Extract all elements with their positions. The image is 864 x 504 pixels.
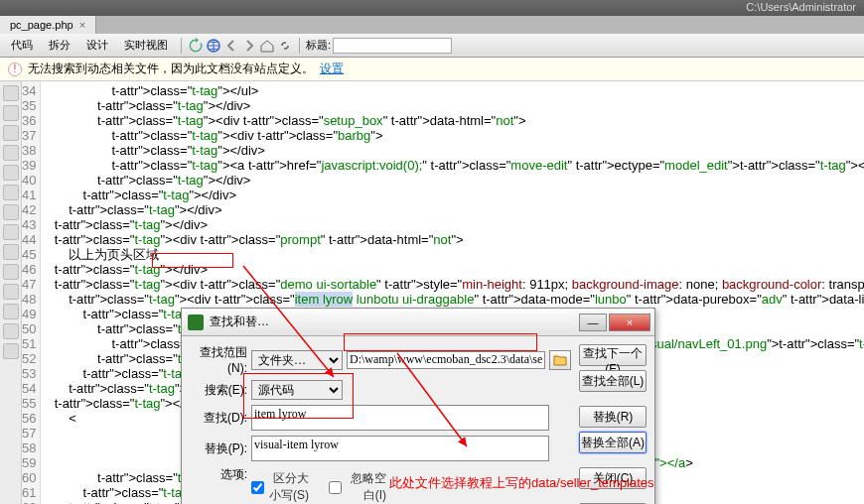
find-next-button[interactable]: 查找下一个(F) [579,344,647,366]
replace-all-button[interactable]: 替换全部(A) [579,432,647,453]
live-view-button[interactable]: 实时视图 [117,35,175,56]
warning-icon: ! [8,63,22,76]
replace-label: 替换(P): [190,441,247,457]
line-numbers: 3435363738394041424344454647484950515253… [22,81,41,504]
file-tab-name: pc_page.php [10,19,73,31]
annotation-text: 此处文件选择教程上写的data/seller_templates [389,474,654,492]
search-in-select[interactable]: 源代码 [251,380,343,400]
dialog-titlebar[interactable]: 查找和替… — × [182,309,654,336]
vertical-toolbar [0,81,22,504]
vt-icon[interactable] [3,284,19,300]
case-checkbox[interactable] [251,481,264,494]
code-view-button[interactable]: 代码 [4,35,40,56]
dialog-app-icon [188,315,204,330]
find-label: 查找(D): [190,410,247,427]
vt-icon[interactable] [3,105,19,121]
browse-folder-button[interactable] [549,350,571,370]
file-tab[interactable]: pc_page.php × [0,16,96,34]
minimize-button[interactable]: — [579,314,607,331]
replace-textarea[interactable]: visual-item lyrow [251,436,549,461]
home-icon[interactable] [259,38,275,54]
options-label: 选项: [190,466,247,483]
vt-icon[interactable] [3,304,19,319]
close-tab-icon[interactable]: × [79,19,85,31]
window-titlebar: C:\Users\Administrator [0,0,864,16]
title-label: 标题: [306,38,331,53]
vt-icon[interactable] [3,323,19,339]
info-message: 无法搜索到动态相关文件，因为此文档没有站点定义。 [28,61,314,77]
vt-icon[interactable] [3,145,19,161]
window-path: C:\Users\Administrator [746,1,856,13]
separator [181,38,182,54]
scope-select[interactable]: 文件夹… [251,350,343,370]
refresh-icon[interactable] [188,38,204,54]
whitespace-checkbox[interactable] [329,481,342,494]
globe-icon[interactable] [206,38,221,54]
vt-icon[interactable] [3,125,19,141]
find-textarea[interactable]: item lyrow [251,405,549,431]
search-in-label: 搜索(E): [190,382,247,399]
title-input[interactable] [333,38,452,54]
vt-icon[interactable] [3,85,19,101]
link-icon[interactable] [277,38,293,54]
nav-fwd-icon[interactable] [241,38,257,54]
vt-icon[interactable] [3,343,19,359]
vt-icon[interactable] [3,165,19,181]
vt-icon[interactable] [3,185,19,200]
scope-label: 查找范围(N): [190,344,247,375]
folder-path-input[interactable] [347,351,545,369]
info-bar: ! 无法搜索到动态相关文件，因为此文档没有站点定义。 设置 [0,58,864,81]
find-all-button[interactable]: 查找全部(L) [579,370,647,392]
opt-whitespace[interactable]: 忽略空白(I) [329,470,386,504]
replace-button[interactable]: 替换(R) [579,406,647,428]
opt-case[interactable]: 区分大小写(S) [251,470,309,504]
vt-icon[interactable] [3,244,19,260]
close-button[interactable]: × [609,314,650,331]
split-view-button[interactable]: 拆分 [42,35,77,56]
vt-icon[interactable] [3,204,19,220]
design-view-button[interactable]: 设计 [79,35,115,56]
dialog-title: 查找和替… [210,314,269,330]
nav-back-icon[interactable] [223,38,239,54]
file-tab-bar: pc_page.php × [0,16,864,34]
vt-icon[interactable] [3,224,19,240]
vt-icon[interactable] [3,264,19,280]
main-toolbar: 代码 拆分 设计 实时视图 标题: [0,34,864,58]
info-settings-link[interactable]: 设置 [320,61,344,77]
separator [299,38,300,54]
